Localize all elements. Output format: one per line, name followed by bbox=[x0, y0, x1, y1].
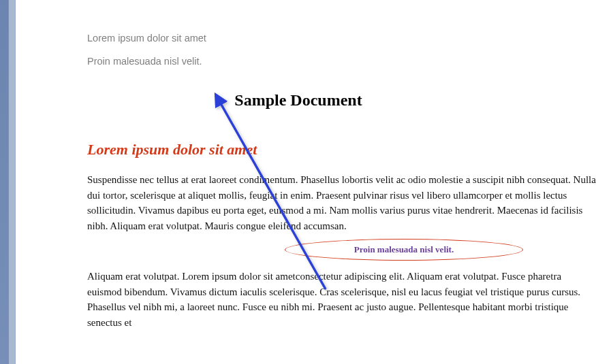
body-paragraph-2[interactable]: Aliquam erat volutpat. Lorem ipsum dolor… bbox=[87, 269, 596, 330]
page-header-line-1: Lorem ipsum dolor sit amet bbox=[87, 33, 596, 44]
callout-container: Proin malesuada nisl velit. bbox=[87, 240, 596, 265]
body-paragraph-1[interactable]: Suspendisse nec tellus at erat laoreet c… bbox=[87, 172, 596, 233]
heading-1[interactable]: Lorem ipsum dolor sit amet bbox=[87, 141, 596, 159]
callout-text[interactable]: Proin malesuada nisl velit. bbox=[285, 240, 523, 259]
page-header-line-2: Proin malesuada nisl velit. bbox=[87, 56, 596, 67]
document-page[interactable]: Lorem ipsum dolor sit amet Proin malesua… bbox=[15, 0, 596, 364]
document-title[interactable]: Sample Document bbox=[87, 91, 509, 110]
